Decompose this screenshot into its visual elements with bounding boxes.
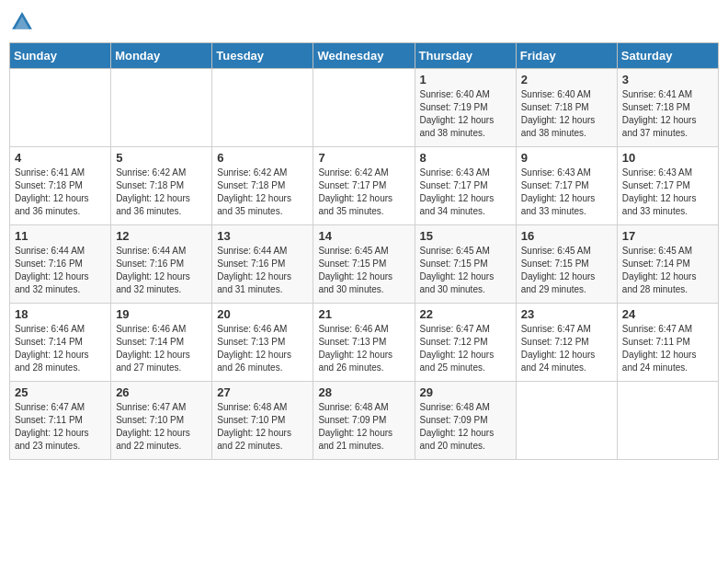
calendar-cell bbox=[212, 69, 313, 147]
daylight-text: Daylight: 12 hours and 25 minutes. bbox=[420, 350, 495, 373]
daylight-text: Daylight: 12 hours and 31 minutes. bbox=[217, 271, 291, 294]
day-number: 19 bbox=[116, 307, 207, 321]
calendar-cell: 18 Sunrise: 6:46 AM Sunset: 7:14 PM Dayl… bbox=[10, 304, 111, 382]
sunset-text: Sunset: 7:13 PM bbox=[217, 337, 285, 347]
day-headers-row: SundayMondayTuesdayWednesdayThursdayFrid… bbox=[10, 43, 719, 69]
sunrise-text: Sunrise: 6:47 AM bbox=[521, 324, 591, 334]
day-number: 1 bbox=[420, 73, 511, 86]
logo bbox=[9, 9, 37, 35]
day-number: 9 bbox=[521, 151, 612, 165]
day-number: 13 bbox=[217, 229, 308, 243]
sunrise-text: Sunrise: 6:44 AM bbox=[15, 246, 85, 256]
sunset-text: Sunset: 7:17 PM bbox=[318, 180, 386, 190]
day-number: 2 bbox=[521, 73, 612, 86]
day-info: Sunrise: 6:43 AM Sunset: 7:17 PM Dayligh… bbox=[622, 167, 713, 218]
day-info: Sunrise: 6:40 AM Sunset: 7:18 PM Dayligh… bbox=[521, 88, 612, 140]
calendar-cell: 1 Sunrise: 6:40 AM Sunset: 7:19 PM Dayli… bbox=[415, 69, 516, 147]
sunrise-text: Sunrise: 6:42 AM bbox=[116, 167, 186, 178]
calendar-cell: 24 Sunrise: 6:47 AM Sunset: 7:11 PM Dayl… bbox=[617, 304, 718, 382]
daylight-text: Daylight: 12 hours and 33 minutes. bbox=[622, 193, 697, 216]
day-info: Sunrise: 6:44 AM Sunset: 7:16 PM Dayligh… bbox=[116, 245, 207, 296]
day-info: Sunrise: 6:45 AM Sunset: 7:15 PM Dayligh… bbox=[521, 245, 612, 296]
calendar-cell: 29 Sunrise: 6:48 AM Sunset: 7:09 PM Dayl… bbox=[415, 382, 516, 460]
daylight-text: Daylight: 12 hours and 26 minutes. bbox=[217, 350, 291, 373]
day-number: 8 bbox=[420, 151, 511, 165]
daylight-text: Daylight: 12 hours and 22 minutes. bbox=[217, 428, 291, 451]
sunset-text: Sunset: 7:18 PM bbox=[15, 180, 83, 190]
day-info: Sunrise: 6:41 AM Sunset: 7:18 PM Dayligh… bbox=[15, 167, 106, 218]
sunrise-text: Sunrise: 6:47 AM bbox=[622, 324, 692, 334]
sunset-text: Sunset: 7:09 PM bbox=[318, 415, 386, 425]
sunrise-text: Sunrise: 6:42 AM bbox=[217, 167, 287, 178]
day-number: 7 bbox=[318, 151, 409, 165]
day-info: Sunrise: 6:45 AM Sunset: 7:15 PM Dayligh… bbox=[318, 245, 409, 296]
daylight-text: Daylight: 12 hours and 36 minutes. bbox=[15, 193, 89, 216]
day-number: 14 bbox=[318, 229, 409, 243]
day-info: Sunrise: 6:46 AM Sunset: 7:13 PM Dayligh… bbox=[318, 323, 409, 374]
sunset-text: Sunset: 7:18 PM bbox=[116, 180, 184, 190]
day-number: 5 bbox=[116, 151, 207, 165]
sunset-text: Sunset: 7:09 PM bbox=[420, 415, 488, 425]
day-number: 28 bbox=[318, 385, 409, 399]
sunrise-text: Sunrise: 6:46 AM bbox=[15, 324, 85, 334]
calendar-cell: 7 Sunrise: 6:42 AM Sunset: 7:17 PM Dayli… bbox=[313, 147, 415, 225]
sunrise-text: Sunrise: 6:41 AM bbox=[15, 167, 85, 178]
day-number: 22 bbox=[420, 307, 511, 321]
sunrise-text: Sunrise: 6:43 AM bbox=[521, 167, 591, 178]
day-info: Sunrise: 6:46 AM Sunset: 7:14 PM Dayligh… bbox=[15, 323, 106, 374]
daylight-text: Daylight: 12 hours and 26 minutes. bbox=[318, 350, 392, 373]
day-info: Sunrise: 6:45 AM Sunset: 7:15 PM Dayligh… bbox=[420, 245, 511, 296]
daylight-text: Daylight: 12 hours and 24 minutes. bbox=[622, 350, 697, 373]
sunset-text: Sunset: 7:13 PM bbox=[318, 337, 386, 347]
calendar-cell bbox=[313, 69, 415, 147]
sunrise-text: Sunrise: 6:45 AM bbox=[420, 246, 490, 256]
day-header-thursday: Thursday bbox=[415, 43, 516, 69]
sunrise-text: Sunrise: 6:41 AM bbox=[622, 89, 692, 99]
sunset-text: Sunset: 7:11 PM bbox=[15, 415, 83, 425]
day-info: Sunrise: 6:47 AM Sunset: 7:11 PM Dayligh… bbox=[622, 323, 713, 374]
day-info: Sunrise: 6:46 AM Sunset: 7:13 PM Dayligh… bbox=[217, 323, 308, 374]
calendar-cell: 19 Sunrise: 6:46 AM Sunset: 7:14 PM Dayl… bbox=[111, 304, 212, 382]
sunrise-text: Sunrise: 6:45 AM bbox=[521, 246, 591, 256]
day-header-tuesday: Tuesday bbox=[212, 43, 313, 69]
calendar-cell: 17 Sunrise: 6:45 AM Sunset: 7:14 PM Dayl… bbox=[617, 225, 718, 304]
day-number: 29 bbox=[420, 385, 511, 399]
calendar-cell: 14 Sunrise: 6:45 AM Sunset: 7:15 PM Dayl… bbox=[313, 225, 415, 304]
day-info: Sunrise: 6:44 AM Sunset: 7:16 PM Dayligh… bbox=[15, 245, 106, 296]
sunset-text: Sunset: 7:17 PM bbox=[420, 180, 488, 190]
day-number: 17 bbox=[622, 229, 713, 243]
calendar-cell: 28 Sunrise: 6:48 AM Sunset: 7:09 PM Dayl… bbox=[313, 382, 415, 460]
day-info: Sunrise: 6:40 AM Sunset: 7:19 PM Dayligh… bbox=[420, 88, 511, 140]
calendar-week-row: 4 Sunrise: 6:41 AM Sunset: 7:18 PM Dayli… bbox=[10, 147, 719, 225]
day-number: 12 bbox=[116, 229, 207, 243]
sunrise-text: Sunrise: 6:40 AM bbox=[420, 89, 490, 99]
calendar-week-row: 25 Sunrise: 6:47 AM Sunset: 7:11 PM Dayl… bbox=[10, 382, 719, 460]
sunset-text: Sunset: 7:14 PM bbox=[15, 337, 83, 347]
sunrise-text: Sunrise: 6:43 AM bbox=[420, 167, 490, 178]
calendar-cell: 2 Sunrise: 6:40 AM Sunset: 7:18 PM Dayli… bbox=[516, 69, 617, 147]
calendar-cell: 27 Sunrise: 6:48 AM Sunset: 7:10 PM Dayl… bbox=[212, 382, 313, 460]
sunrise-text: Sunrise: 6:45 AM bbox=[622, 246, 692, 256]
calendar-cell: 5 Sunrise: 6:42 AM Sunset: 7:18 PM Dayli… bbox=[111, 147, 212, 225]
day-number: 6 bbox=[217, 151, 308, 165]
sunrise-text: Sunrise: 6:44 AM bbox=[217, 246, 287, 256]
sunset-text: Sunset: 7:16 PM bbox=[217, 259, 285, 269]
calendar-cell: 20 Sunrise: 6:46 AM Sunset: 7:13 PM Dayl… bbox=[212, 304, 313, 382]
calendar-cell: 25 Sunrise: 6:47 AM Sunset: 7:11 PM Dayl… bbox=[10, 382, 111, 460]
calendar-cell: 22 Sunrise: 6:47 AM Sunset: 7:12 PM Dayl… bbox=[415, 304, 516, 382]
sunrise-text: Sunrise: 6:44 AM bbox=[116, 246, 186, 256]
sunrise-text: Sunrise: 6:46 AM bbox=[318, 324, 388, 334]
calendar-cell: 21 Sunrise: 6:46 AM Sunset: 7:13 PM Dayl… bbox=[313, 304, 415, 382]
day-info: Sunrise: 6:42 AM Sunset: 7:18 PM Dayligh… bbox=[116, 167, 207, 218]
sunset-text: Sunset: 7:18 PM bbox=[521, 102, 589, 112]
daylight-text: Daylight: 12 hours and 38 minutes. bbox=[420, 115, 495, 138]
sunset-text: Sunset: 7:12 PM bbox=[521, 337, 589, 347]
day-number: 3 bbox=[622, 73, 713, 86]
sunrise-text: Sunrise: 6:47 AM bbox=[420, 324, 490, 334]
daylight-text: Daylight: 12 hours and 28 minutes. bbox=[622, 271, 697, 294]
sunset-text: Sunset: 7:10 PM bbox=[116, 415, 184, 425]
sunset-text: Sunset: 7:16 PM bbox=[116, 259, 184, 269]
day-info: Sunrise: 6:44 AM Sunset: 7:16 PM Dayligh… bbox=[217, 245, 308, 296]
daylight-text: Daylight: 12 hours and 32 minutes. bbox=[116, 271, 190, 294]
sunset-text: Sunset: 7:14 PM bbox=[622, 259, 690, 269]
